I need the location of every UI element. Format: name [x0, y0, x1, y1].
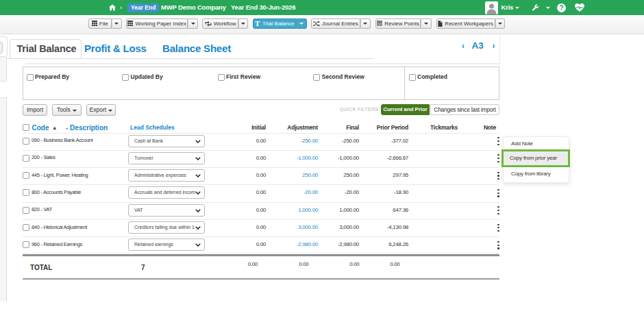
svg-text:T: T: [255, 20, 260, 27]
